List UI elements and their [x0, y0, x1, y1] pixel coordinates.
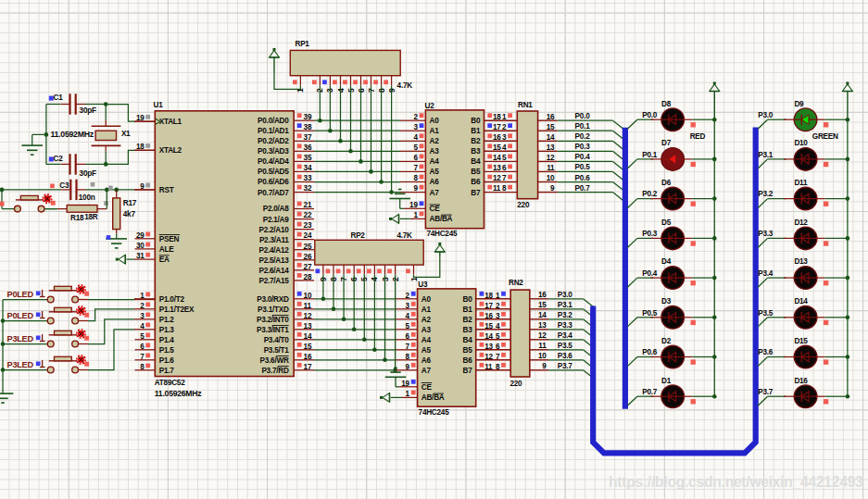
- svg-text:16: 16: [484, 312, 493, 320]
- svg-text:10: 10: [538, 352, 547, 360]
- svg-text:12: 12: [304, 312, 312, 320]
- svg-text:B7: B7: [471, 189, 481, 197]
- svg-text:B2: B2: [471, 137, 481, 145]
- svg-text:B3: B3: [471, 147, 481, 156]
- svg-text:16: 16: [538, 291, 547, 299]
- svg-text:B2: B2: [463, 316, 473, 324]
- svg-text:A3: A3: [421, 326, 432, 334]
- svg-text:RED: RED: [690, 132, 706, 141]
- svg-text:P3.7/RD: P3.7/RD: [261, 367, 289, 375]
- svg-text:B5: B5: [463, 346, 473, 355]
- svg-text:X1: X1: [121, 130, 131, 138]
- svg-text:U1: U1: [154, 101, 164, 109]
- svg-text:P0LED: P0LED: [7, 311, 34, 320]
- svg-text:6: 6: [496, 343, 500, 351]
- svg-text:P3.0: P3.0: [558, 291, 573, 299]
- svg-text:34: 34: [304, 164, 312, 172]
- svg-text:RST: RST: [159, 186, 174, 194]
- svg-text:6: 6: [140, 343, 145, 351]
- svg-text:8: 8: [140, 363, 145, 371]
- svg-text:B7: B7: [463, 367, 473, 375]
- svg-text:3: 3: [140, 312, 145, 320]
- svg-text:A0: A0: [421, 295, 432, 304]
- svg-text:AB/BA: AB/BA: [430, 215, 453, 223]
- svg-text:P0.4: P0.4: [642, 269, 658, 278]
- svg-text:C2: C2: [54, 155, 64, 163]
- svg-text:P1.4: P1.4: [159, 336, 175, 344]
- svg-text:P0.6: P0.6: [575, 174, 591, 182]
- svg-text:21: 21: [304, 201, 312, 209]
- svg-text:7: 7: [406, 343, 410, 351]
- svg-text:P0.5: P0.5: [642, 309, 658, 318]
- svg-text:36: 36: [304, 143, 312, 152]
- svg-text:3: 3: [413, 123, 418, 131]
- svg-text:P0.3: P0.3: [575, 143, 591, 151]
- svg-text:D11: D11: [794, 179, 808, 187]
- svg-text:7: 7: [140, 353, 145, 361]
- svg-text:4: 4: [496, 322, 500, 331]
- svg-text:CE: CE: [421, 383, 433, 392]
- svg-text:RN1: RN1: [518, 101, 533, 109]
- svg-text:12: 12: [547, 154, 555, 162]
- svg-text:D8: D8: [661, 100, 672, 108]
- svg-text:6: 6: [413, 154, 418, 162]
- svg-text:P3.0: P3.0: [758, 111, 774, 119]
- svg-text:P0.1: P0.1: [575, 122, 591, 131]
- svg-text:B5: B5: [471, 168, 481, 176]
- svg-text:B0: B0: [463, 295, 473, 304]
- svg-text:B0: B0: [471, 117, 481, 125]
- svg-text:P3.6: P3.6: [558, 352, 573, 360]
- svg-text:4.7K: 4.7K: [396, 231, 412, 240]
- svg-text:14: 14: [547, 133, 555, 142]
- svg-text:A7: A7: [421, 367, 432, 375]
- svg-text:17: 17: [484, 302, 493, 310]
- svg-text:B6: B6: [463, 356, 473, 365]
- svg-text:8: 8: [406, 353, 410, 361]
- svg-text:22: 22: [304, 211, 312, 219]
- svg-text:1: 1: [140, 292, 145, 300]
- svg-text:P2.4/A12: P2.4/A12: [258, 246, 289, 255]
- svg-text:11: 11: [304, 302, 312, 310]
- svg-text:P1.6: P1.6: [159, 356, 175, 365]
- svg-text:74HC245: 74HC245: [419, 408, 450, 417]
- svg-text:U2: U2: [425, 102, 435, 110]
- svg-text:A4: A4: [430, 157, 440, 166]
- svg-text:P0.2/AD2: P0.2/AD2: [258, 137, 289, 145]
- svg-text:17: 17: [304, 363, 312, 371]
- svg-text:D2: D2: [661, 337, 672, 345]
- svg-text:P3.1: P3.1: [758, 151, 774, 159]
- svg-text:29: 29: [136, 231, 145, 240]
- svg-text:D6: D6: [661, 179, 672, 187]
- svg-text:U3: U3: [418, 281, 428, 289]
- svg-text:D1: D1: [661, 377, 672, 385]
- svg-text:P3LED: P3LED: [7, 334, 34, 343]
- svg-text:15: 15: [484, 322, 493, 331]
- svg-text:P0.0: P0.0: [575, 112, 591, 120]
- svg-text:P0.2: P0.2: [642, 190, 658, 198]
- svg-text:B1: B1: [463, 306, 473, 314]
- svg-text:P3.3: P3.3: [758, 230, 774, 238]
- svg-text:P2.2/A10: P2.2/A10: [258, 226, 289, 234]
- svg-text:D16: D16: [794, 377, 808, 385]
- svg-text:P0.2: P0.2: [575, 132, 591, 141]
- svg-text:P0LED: P0LED: [7, 290, 34, 299]
- svg-text:13: 13: [538, 321, 547, 330]
- svg-text:P3.4: P3.4: [758, 269, 774, 278]
- svg-text:D15: D15: [794, 337, 808, 345]
- svg-text:P2.5/A13: P2.5/A13: [258, 256, 289, 265]
- svg-text:EA: EA: [159, 256, 170, 264]
- svg-text:RP2: RP2: [351, 231, 366, 240]
- svg-text:2: 2: [406, 292, 410, 300]
- svg-text:31: 31: [136, 252, 145, 260]
- svg-text:14: 14: [304, 332, 312, 341]
- svg-text:28: 28: [304, 273, 312, 281]
- svg-text:1: 1: [502, 113, 507, 121]
- svg-text:2: 2: [502, 123, 507, 131]
- svg-text:R17: R17: [123, 199, 137, 207]
- svg-text:10: 10: [304, 292, 312, 300]
- svg-text:13: 13: [484, 343, 493, 351]
- svg-text:CE: CE: [430, 205, 441, 213]
- svg-text:P2.6/A14: P2.6/A14: [258, 267, 289, 275]
- svg-text:5: 5: [502, 154, 507, 162]
- svg-text:P3LED: P3LED: [7, 360, 34, 369]
